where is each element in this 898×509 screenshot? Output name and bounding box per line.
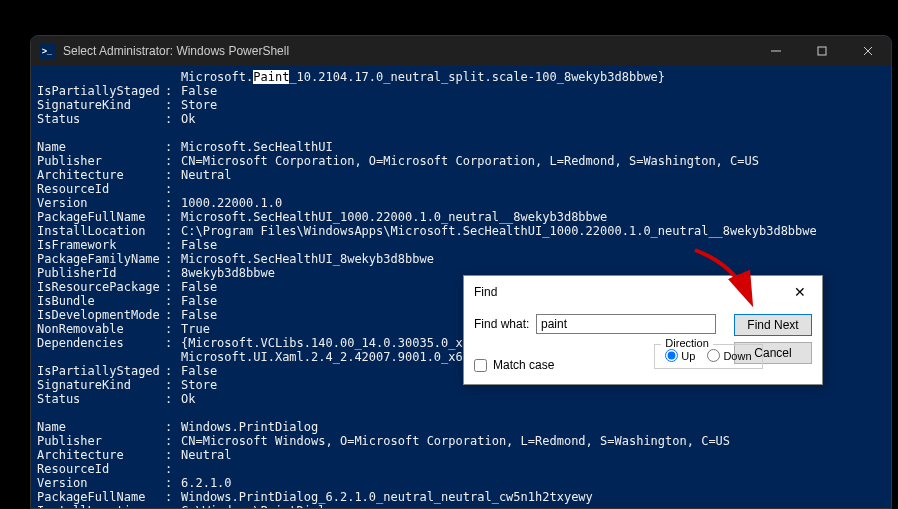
match-case-label: Match case xyxy=(493,358,554,372)
powershell-window: >_ Select Administrator: Windows PowerSh… xyxy=(30,35,892,509)
find-dialog-title: Find xyxy=(474,285,497,299)
powershell-icon: >_ xyxy=(39,43,55,59)
svg-rect-1 xyxy=(818,47,826,55)
window-controls xyxy=(753,36,891,66)
minimize-button[interactable] xyxy=(753,36,799,66)
direction-group: Direction Up Down xyxy=(654,344,762,369)
close-icon[interactable]: ✕ xyxy=(788,282,812,302)
direction-legend: Direction xyxy=(661,337,712,349)
find-dialog: Find ✕ Find what: Find Next Cancel Match… xyxy=(463,275,823,385)
find-what-label: Find what: xyxy=(474,317,536,331)
titlebar: >_ Select Administrator: Windows PowerSh… xyxy=(31,36,891,66)
close-button[interactable] xyxy=(845,36,891,66)
direction-down-radio[interactable]: Down xyxy=(707,349,751,362)
window-title: Select Administrator: Windows PowerShell xyxy=(63,44,753,58)
find-next-button[interactable]: Find Next xyxy=(734,314,812,336)
match-case-checkbox[interactable]: Match case xyxy=(474,358,554,372)
maximize-button[interactable] xyxy=(799,36,845,66)
find-dialog-titlebar: Find ✕ xyxy=(464,276,822,308)
match-case-input[interactable] xyxy=(474,359,487,372)
find-what-input[interactable] xyxy=(536,314,716,334)
direction-up-radio[interactable]: Up xyxy=(665,349,695,362)
